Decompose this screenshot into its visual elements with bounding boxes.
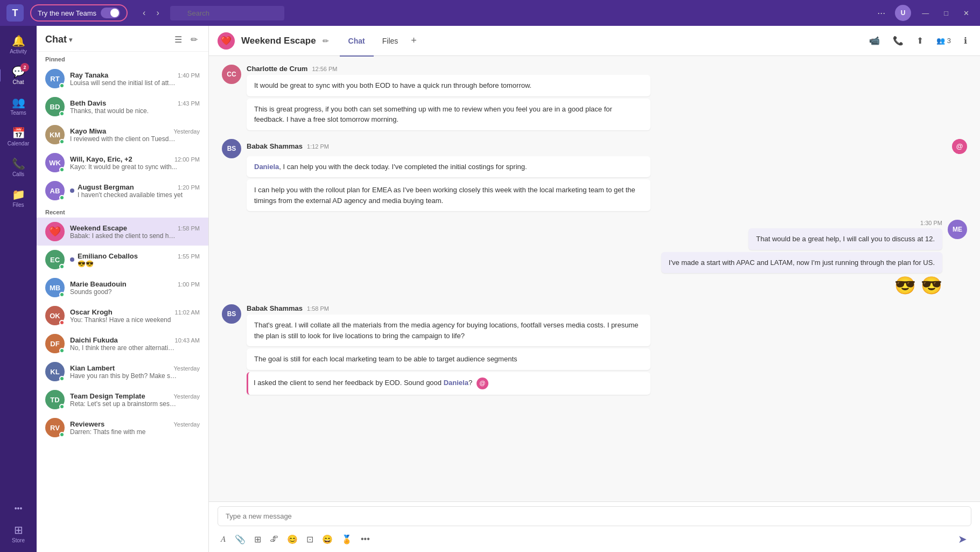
- message-preview: I haven't checked available times yet: [78, 191, 185, 199]
- list-item[interactable]: WK Will, Kayo, Eric, +2 12:00 PM Kayo: I…: [37, 149, 208, 177]
- chevron-down-icon: ▾: [69, 36, 72, 44]
- message-time: 12:56 PM: [312, 66, 337, 72]
- message-preview: I reviewed with the client on Tuesda...: [70, 135, 178, 143]
- message-time: 1:43 PM: [178, 100, 200, 107]
- files-icon: 📁: [12, 188, 25, 201]
- list-item[interactable]: RT Ray Tanaka 1:40 PM Louisa will send t…: [37, 65, 208, 93]
- try-new-teams-button[interactable]: Try the new Teams: [30, 4, 128, 22]
- tab-files[interactable]: Files: [374, 26, 407, 57]
- forward-button[interactable]: ›: [152, 6, 163, 20]
- try-new-teams-toggle[interactable]: [101, 8, 120, 18]
- list-item[interactable]: KM Kayo Miwa Yesterday I reviewed with t…: [37, 121, 208, 149]
- chat-info-button[interactable]: ℹ: [960, 32, 971, 49]
- chat-item-info: Will, Kayo, Eric, +2 12:00 PM Kayo: It w…: [70, 155, 200, 171]
- store-icon: ⊞: [14, 523, 23, 536]
- chat-item-info: Emiliano Ceballos 1:55 PM 😎😎: [78, 252, 200, 268]
- participants-button[interactable]: 👥 3: [932, 34, 955, 47]
- more-options-button[interactable]: ···: [874, 5, 888, 21]
- message-content: Babak Shammas 1:58 PM That's great. I wi…: [247, 304, 967, 395]
- more-compose-button[interactable]: •••: [358, 532, 373, 546]
- list-item[interactable]: RV Reviewers Yesterday Darren: Thats fin…: [37, 414, 208, 442]
- avatar: KM: [45, 125, 65, 144]
- video-call-button[interactable]: 📹: [865, 32, 884, 49]
- send-button[interactable]: ➤: [954, 530, 971, 548]
- sidebar-item-label: Calls: [12, 171, 24, 177]
- minimize-button[interactable]: —: [918, 7, 933, 19]
- nav-arrows: ‹ ›: [138, 6, 164, 20]
- paperclip-button[interactable]: 🖇: [267, 532, 282, 546]
- add-tab-button[interactable]: +: [407, 26, 421, 56]
- format-button[interactable]: 𝐴: [218, 532, 229, 546]
- sender-name: Charlotte de Crum: [247, 65, 307, 73]
- message-preview: 😎😎: [78, 260, 185, 268]
- sidebar-item-calls[interactable]: 📞 Calls: [3, 153, 33, 181]
- edit-icon[interactable]: ✏: [323, 37, 329, 45]
- message-content: Charlotte de Crum 12:56 PM It would be g…: [247, 65, 967, 130]
- mention-at-icon: @: [952, 139, 967, 154]
- sticker-button[interactable]: 😄: [319, 532, 336, 547]
- filter-button[interactable]: ☰: [172, 32, 184, 47]
- chat-item-info: Daichi Fukuda 10:43 AM No, I think there…: [70, 336, 200, 352]
- sidebar-item-files[interactable]: 📁 Files: [3, 184, 33, 212]
- list-item[interactable]: AB August Bergman 1:20 PM I haven't chec…: [37, 177, 208, 205]
- praise-button[interactable]: 🏅: [338, 532, 355, 547]
- list-item[interactable]: TD Team Design Template Yesterday Reta: …: [37, 386, 208, 414]
- list-item[interactable]: DF Daichi Fukuda 10:43 AM No, I think th…: [37, 330, 208, 358]
- message-preview: You: Thanks! Have a nice weekend: [70, 316, 178, 324]
- share-screen-button[interactable]: ⬆: [912, 32, 928, 49]
- list-item[interactable]: BD Beth Davis 1:43 PM Thanks, that would…: [37, 93, 208, 121]
- contact-name: Kayo Miwa: [70, 127, 106, 135]
- sidebar-item-calendar[interactable]: 📅 Calendar: [3, 122, 33, 151]
- message-group: BS Babak Shammas 1:58 PM That's great. I…: [222, 304, 967, 395]
- teams-icon: 👥: [12, 96, 25, 109]
- list-item[interactable]: KL Kian Lambert Yesterday Have you ran t…: [37, 358, 208, 386]
- avatar: RV: [45, 418, 65, 437]
- maximize-button[interactable]: □: [940, 7, 953, 19]
- sidebar-item-chat[interactable]: 2 💬 Chat: [3, 61, 33, 89]
- contact-name: Marie Beaudouin: [70, 280, 127, 288]
- compose-area: 𝐴 📎 ⊞ 🖇 😊 ⊡ 😄 🏅 ••• ➤: [209, 501, 980, 552]
- list-item[interactable]: EC Emiliano Ceballos 1:55 PM 😎😎: [37, 246, 208, 274]
- message-bubble: I can help you with the rollout plan for…: [247, 179, 650, 211]
- emoji-button[interactable]: 😊: [284, 532, 301, 547]
- contact-name: Daichi Fukuda: [70, 336, 118, 344]
- back-button[interactable]: ‹: [138, 6, 150, 20]
- mention-at-badge: @: [477, 378, 488, 389]
- top-bar: T Try the new Teams ‹ › 🔍 ··· U — □ ✕: [0, 0, 980, 26]
- message-header: Charlotte de Crum 12:56 PM: [247, 65, 967, 73]
- sidebar-item-store[interactable]: ⊞ Store: [3, 519, 33, 548]
- sidebar-item-label: Files: [12, 202, 24, 208]
- chat-main-header: ❤️ Weekend Escape ✏ Chat Files + 📹 📞 ⬆ 👥…: [209, 26, 980, 56]
- list-item[interactable]: MB Marie Beaudouin 1:00 PM Sounds good?: [37, 274, 208, 302]
- message-content: Babak Shammas 1:12 PM @ Daniela, I can h…: [247, 139, 967, 212]
- list-item[interactable]: ❤️ Weekend Escape 1:58 PM Babak: I asked…: [37, 218, 208, 246]
- list-item[interactable]: OK Oscar Krogh 11:02 AM You: Thanks! Hav…: [37, 302, 208, 330]
- message-time: 1:00 PM: [178, 281, 200, 288]
- message-content: 1:30 PM That would be a great help, I wi…: [222, 220, 942, 296]
- compose-input[interactable]: [218, 506, 971, 526]
- sidebar-item-label: Calendar: [8, 141, 30, 146]
- close-button[interactable]: ✕: [959, 7, 974, 19]
- search-input[interactable]: [170, 6, 284, 20]
- chat-tabs: Chat Files +: [340, 26, 421, 56]
- message-header: Babak Shammas 1:12 PM @: [247, 139, 967, 154]
- tab-chat[interactable]: Chat: [340, 26, 374, 57]
- message-preview: No, I think there are other alternatives…: [70, 344, 178, 352]
- new-chat-button[interactable]: ✏: [188, 32, 200, 47]
- top-bar-right: ··· U — □ ✕: [874, 5, 974, 21]
- gif-button[interactable]: ⊡: [303, 532, 317, 547]
- sidebar-item-activity[interactable]: 🔔 Activity: [3, 30, 33, 59]
- chat-item-info: August Bergman 1:20 PM I haven't checked…: [78, 183, 200, 199]
- message-time: Yesterday: [173, 128, 200, 135]
- sidebar-item-more[interactable]: •••: [3, 500, 33, 517]
- user-avatar[interactable]: U: [895, 5, 911, 21]
- emoji-reaction: 😎 😎: [894, 275, 942, 296]
- message-preview: Thanks, that would be nice.: [70, 107, 178, 115]
- attach-button[interactable]: 📎: [232, 532, 249, 547]
- chat-item-info: Oscar Krogh 11:02 AM You: Thanks! Have a…: [70, 308, 200, 324]
- chat-item-info: Beth Davis 1:43 PM Thanks, that would be…: [70, 99, 200, 115]
- loop-button[interactable]: ⊞: [251, 532, 264, 547]
- audio-call-button[interactable]: 📞: [888, 32, 908, 49]
- chat-item-info: Weekend Escape 1:58 PM Babak: I asked th…: [70, 224, 200, 240]
- sidebar-item-teams[interactable]: 👥 Teams: [3, 92, 33, 120]
